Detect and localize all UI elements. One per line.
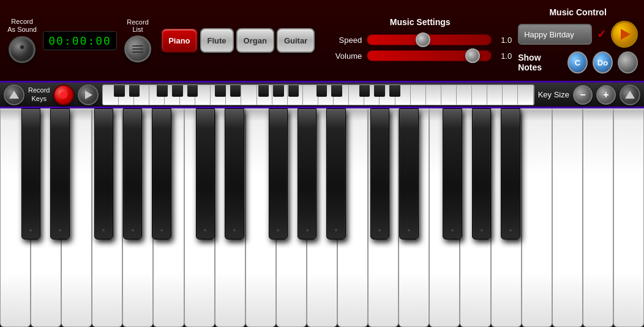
record-list-button[interactable] [124, 36, 151, 62]
record-button[interactable] [53, 85, 74, 105]
black-key[interactable] [152, 108, 171, 239]
volume-slider-track[interactable] [367, 50, 492, 61]
instruments-section: Piano Flute Organ Guitar [161, 28, 315, 53]
note-c-button[interactable]: C [567, 51, 588, 73]
key-size-section: Key Size − + [538, 85, 640, 105]
record-list-section: Record List [122, 18, 154, 62]
piano-button[interactable]: Piano [161, 28, 197, 53]
list-icon [132, 45, 143, 53]
volume-slider-thumb[interactable] [465, 48, 480, 63]
black-key[interactable] [225, 108, 244, 239]
white-key[interactable] [552, 108, 583, 327]
music-control-section: Music Control Happy Birtday ✓ Show Notes… [518, 7, 638, 73]
black-key[interactable] [94, 108, 114, 239]
speed-value: 1.0 [496, 36, 512, 45]
show-notes-label: Show Notes [518, 53, 563, 72]
white-key[interactable] [613, 108, 644, 327]
play-triangle-icon [621, 29, 631, 40]
timer-display: 00:00:00 [43, 31, 117, 50]
up-arrow-icon [9, 91, 19, 99]
black-key[interactable] [443, 108, 462, 239]
song-select-row: Happy Birtday ✓ [518, 21, 638, 48]
volume-label: Volume [328, 51, 362, 61]
speed-slider-thumb[interactable] [416, 32, 430, 47]
black-key[interactable] [399, 108, 419, 239]
key-size-label: Key Size [538, 90, 569, 99]
piano-keyboard[interactable]: .piano-keyboard { position: relative; he… [0, 108, 644, 327]
black-key[interactable] [370, 108, 390, 239]
record-as-sound-knob[interactable] [9, 36, 36, 63]
black-key[interactable] [50, 108, 70, 239]
knob-dot [20, 45, 24, 49]
play-triangle-small-icon [85, 91, 92, 99]
play-button-large[interactable] [611, 21, 638, 48]
white-key[interactable] [522, 108, 552, 327]
show-notes-row: Show Notes C Do [518, 51, 638, 73]
key-size-up-icon [625, 91, 635, 99]
volume-value: 1.0 [496, 51, 512, 61]
scroll-up-button[interactable] [4, 85, 24, 105]
mini-piano-inner [103, 85, 533, 105]
app-container: Record As Sound 00:00:00 Record List [0, 0, 644, 327]
white-key[interactable] [583, 108, 613, 327]
play-button-small[interactable] [78, 85, 99, 105]
key-size-increase-button[interactable]: + [596, 85, 616, 105]
music-settings-title: Music Settings [390, 17, 451, 27]
note-do-button[interactable]: Do [593, 51, 613, 73]
key-size-decrease-button[interactable]: − [573, 85, 593, 105]
guitar-button[interactable]: Guitar [277, 28, 315, 53]
record-list-label: Record List [127, 18, 148, 33]
speed-label: Speed [328, 36, 362, 45]
music-settings-section: Music Settings Speed 1.0 Volume 1.0 [322, 17, 518, 64]
mini-piano-display: .mini-piano-inner { display: flex; width… [102, 85, 534, 105]
black-key[interactable] [326, 108, 346, 239]
black-key[interactable] [21, 108, 41, 239]
music-control-title: Music Control [549, 7, 606, 17]
black-key[interactable] [501, 108, 520, 239]
piano-area: .piano-keyboard { position: relative; he… [0, 108, 644, 327]
note-knob[interactable] [618, 51, 638, 73]
speed-row: Speed 1.0 [328, 34, 512, 45]
black-key[interactable] [123, 108, 143, 239]
key-size-up-button[interactable] [620, 85, 640, 105]
organ-button[interactable]: Organ [236, 28, 274, 53]
black-key[interactable] [472, 108, 492, 239]
black-key[interactable] [298, 108, 317, 239]
control-bar: Record Keys .mini-piano-inner { display:… [0, 83, 644, 108]
record-keys-label: Record Keys [28, 86, 50, 102]
flute-button[interactable]: Flute [200, 28, 234, 53]
black-key[interactable] [196, 108, 215, 239]
volume-row: Volume 1.0 [328, 50, 512, 61]
record-dot-icon [60, 91, 67, 99]
record-as-sound-label: Record As Sound [7, 18, 37, 34]
top-bar: Record As Sound 00:00:00 Record List [0, 0, 644, 83]
black-key[interactable] [269, 108, 288, 239]
record-as-sound-section: Record As Sound [6, 18, 38, 63]
song-select[interactable]: Happy Birtday [518, 24, 592, 45]
speed-slider-track[interactable] [367, 34, 492, 45]
check-mark: ✓ [597, 28, 606, 41]
